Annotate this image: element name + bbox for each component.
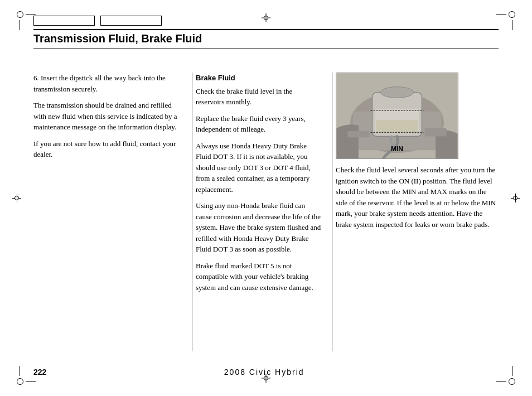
tab-box-1 [33, 16, 95, 26]
svg-point-4 [380, 87, 413, 98]
min-label: MIN [391, 144, 403, 154]
page-number: 222 [33, 368, 46, 376]
middle-para-2: Replace the brake fluid every 3 years, i… [196, 113, 321, 135]
page-title: Transmission Fluid, Brake Fluid [33, 32, 499, 45]
brake-fluid-section-title: Brake Fluid [196, 73, 321, 84]
tab-box-2 [100, 16, 162, 26]
column-divider-2 [332, 73, 333, 351]
tab-boxes [33, 16, 499, 26]
middle-column: Brake Fluid Check the brake fluid level … [196, 73, 330, 351]
middle-para-3: Always use Honda Heavy Duty Brake Fluid … [196, 141, 321, 195]
middle-para-5: Brake fluid marked DOT 5 is not compatib… [196, 260, 321, 293]
corner-mark-tr [504, 11, 515, 22]
header-line [33, 49, 499, 49]
brake-fluid-image: MAX [336, 73, 458, 159]
left-column: 6. Insert the dipstick all the way back … [33, 73, 190, 351]
page-title-area: Transmission Fluid, Brake Fluid [33, 29, 499, 49]
header-area: Transmission Fluid, Brake Fluid [33, 16, 499, 49]
svg-rect-10 [424, 128, 446, 137]
middle-para-4: Using any non-Honda brake fluid can caus… [196, 200, 321, 255]
crosshair-left [12, 194, 21, 202]
corner-mark-bl [17, 374, 28, 385]
right-description: Check the fluid level several seconds af… [336, 165, 499, 230]
svg-rect-9 [347, 131, 369, 138]
left-para-1: 6. Insert the dipstick all the way back … [33, 73, 178, 94]
column-divider-1 [192, 73, 193, 351]
right-column: MAX [336, 73, 499, 351]
footer-title: 2008 Civic Hybrid [224, 368, 304, 376]
left-para-3: If you are not sure how to add fluid, co… [33, 138, 178, 160]
footer: 222 2008 Civic Hybrid [33, 368, 499, 376]
svg-rect-6 [376, 120, 418, 133]
crosshair-right [511, 194, 520, 202]
corner-mark-tl [17, 11, 28, 22]
page: Transmission Fluid, Brake Fluid 6. Inser… [0, 0, 532, 396]
left-para-2: The transmission should be drained and r… [33, 100, 178, 133]
corner-mark-br [504, 374, 515, 385]
main-content: 6. Insert the dipstick all the way back … [33, 73, 499, 351]
middle-para-1: Check the brake fluid level in the reser… [196, 86, 321, 108]
